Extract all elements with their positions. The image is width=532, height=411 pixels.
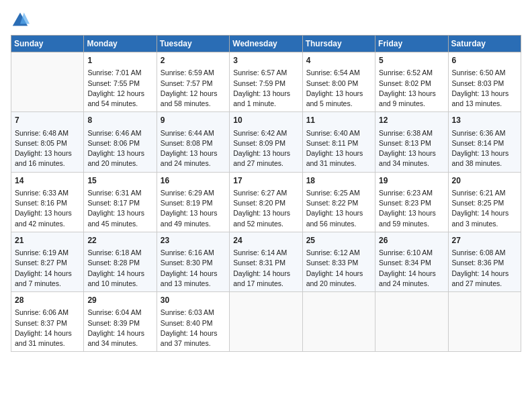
calendar-week-row: 21Sunrise: 6:19 AMSunset: 8:27 PMDayligh…: [11, 232, 521, 291]
day-number: 6: [452, 55, 517, 66]
day-number: 29: [87, 295, 152, 306]
day-number: 24: [233, 235, 298, 246]
daylight-text: Daylight: 13 hours and 20 minutes.: [87, 149, 144, 167]
calendar-cell: 14Sunrise: 6:33 AMSunset: 8:16 PMDayligh…: [11, 172, 84, 232]
calendar-cell: [375, 292, 448, 352]
day-number: 30: [161, 295, 226, 306]
day-number: 27: [452, 235, 517, 246]
calendar-cell: 29Sunrise: 6:04 AMSunset: 8:39 PMDayligh…: [84, 292, 157, 352]
daylight-text: Daylight: 14 hours and 34 minutes.: [87, 329, 144, 347]
sunset-text: Sunset: 8:06 PM: [87, 139, 140, 147]
sunrise-text: Sunrise: 6:25 AM: [306, 189, 360, 197]
sunset-text: Sunset: 8:23 PM: [379, 199, 431, 207]
day-number: 22: [87, 235, 152, 246]
calendar-cell: 11Sunrise: 6:40 AMSunset: 8:11 PMDayligh…: [302, 112, 375, 172]
sunrise-text: Sunrise: 6:27 AM: [233, 189, 287, 197]
calendar-cell: [302, 292, 375, 352]
day-number: 5: [379, 55, 444, 66]
sunset-text: Sunset: 8:17 PM: [87, 199, 140, 207]
daylight-text: Daylight: 13 hours and 31 minutes.: [306, 149, 363, 167]
daylight-text: Daylight: 13 hours and 9 minutes.: [379, 89, 436, 107]
sunset-text: Sunset: 8:22 PM: [306, 199, 359, 207]
day-number: 23: [161, 235, 226, 246]
calendar-cell: 15Sunrise: 6:31 AMSunset: 8:17 PMDayligh…: [84, 172, 157, 232]
sunrise-text: Sunrise: 6:16 AM: [161, 248, 214, 257]
calendar-cell: 16Sunrise: 6:29 AMSunset: 8:19 PMDayligh…: [157, 172, 229, 232]
sunset-text: Sunset: 8:20 PM: [233, 199, 285, 207]
day-number: 28: [15, 295, 80, 306]
sunset-text: Sunset: 8:28 PM: [87, 259, 140, 267]
calendar-table: SundayMondayTuesdayWednesdayThursdayFrid…: [11, 35, 521, 352]
sunrise-text: Sunrise: 6:29 AM: [161, 189, 214, 197]
calendar-cell: 8Sunrise: 6:46 AMSunset: 8:06 PMDaylight…: [84, 112, 157, 172]
daylight-text: Daylight: 14 hours and 13 minutes.: [161, 269, 218, 287]
day-number: 17: [233, 175, 298, 187]
sunset-text: Sunset: 8:19 PM: [161, 199, 213, 207]
sunrise-text: Sunrise: 6:06 AM: [15, 308, 69, 316]
daylight-text: Daylight: 14 hours and 37 minutes.: [161, 329, 218, 347]
calendar-cell: 17Sunrise: 6:27 AMSunset: 8:20 PMDayligh…: [230, 172, 302, 232]
page-header: [11, 11, 521, 30]
calendar-cell: 24Sunrise: 6:14 AMSunset: 8:31 PMDayligh…: [230, 232, 302, 291]
calendar-cell: 12Sunrise: 6:38 AMSunset: 8:13 PMDayligh…: [375, 112, 448, 172]
daylight-text: Daylight: 14 hours and 7 minutes.: [15, 269, 72, 287]
daylight-text: Daylight: 13 hours and 49 minutes.: [161, 209, 218, 227]
sunset-text: Sunset: 7:55 PM: [87, 79, 140, 87]
day-number: 1: [87, 55, 152, 66]
daylight-text: Daylight: 13 hours and 27 minutes.: [233, 149, 290, 167]
daylight-text: Daylight: 13 hours and 16 minutes.: [15, 149, 72, 167]
calendar-cell: 30Sunrise: 6:03 AMSunset: 8:40 PMDayligh…: [157, 292, 229, 352]
sunset-text: Sunset: 8:13 PM: [379, 139, 431, 147]
calendar-cell: [448, 292, 521, 352]
sunset-text: Sunset: 8:25 PM: [452, 199, 504, 207]
daylight-text: Daylight: 14 hours and 20 minutes.: [306, 269, 363, 287]
sunrise-text: Sunrise: 6:54 AM: [306, 68, 360, 77]
daylight-text: Daylight: 13 hours and 56 minutes.: [306, 209, 363, 227]
calendar-cell: 6Sunrise: 6:50 AMSunset: 8:03 PMDaylight…: [448, 52, 521, 112]
day-number: 11: [306, 115, 371, 126]
sunset-text: Sunset: 8:03 PM: [452, 79, 504, 87]
calendar-cell: 10Sunrise: 6:42 AMSunset: 8:09 PMDayligh…: [230, 112, 302, 172]
sunrise-text: Sunrise: 6:52 AM: [379, 68, 433, 77]
sunset-text: Sunset: 7:59 PM: [233, 79, 285, 87]
weekday-header-sunday: Sunday: [11, 36, 84, 52]
sunset-text: Sunset: 8:02 PM: [379, 79, 431, 87]
day-number: 12: [379, 115, 444, 126]
sunrise-text: Sunrise: 6:46 AM: [87, 129, 141, 137]
weekday-header-friday: Friday: [375, 36, 448, 52]
sunrise-text: Sunrise: 6:14 AM: [233, 248, 287, 257]
daylight-text: Daylight: 14 hours and 24 minutes.: [379, 269, 436, 287]
sunset-text: Sunset: 7:57 PM: [161, 79, 213, 87]
weekday-header-monday: Monday: [84, 36, 157, 52]
sunrise-text: Sunrise: 6:08 AM: [452, 248, 506, 257]
calendar-cell: 18Sunrise: 6:25 AMSunset: 8:22 PMDayligh…: [302, 172, 375, 232]
day-number: 9: [161, 115, 226, 126]
daylight-text: Daylight: 13 hours and 59 minutes.: [379, 209, 436, 227]
calendar-week-row: 28Sunrise: 6:06 AMSunset: 8:37 PMDayligh…: [11, 292, 521, 352]
sunset-text: Sunset: 8:14 PM: [452, 139, 504, 147]
logo: [11, 11, 32, 30]
sunrise-text: Sunrise: 6:21 AM: [452, 189, 506, 197]
calendar-cell: 27Sunrise: 6:08 AMSunset: 8:36 PMDayligh…: [448, 232, 521, 291]
sunset-text: Sunset: 8:16 PM: [15, 199, 67, 207]
sunrise-text: Sunrise: 6:36 AM: [452, 129, 506, 137]
day-number: 4: [306, 55, 371, 66]
sunrise-text: Sunrise: 6:50 AM: [452, 68, 506, 77]
sunrise-text: Sunrise: 6:31 AM: [87, 189, 141, 197]
calendar-cell: 28Sunrise: 6:06 AMSunset: 8:37 PMDayligh…: [11, 292, 84, 352]
sunrise-text: Sunrise: 6:03 AM: [161, 308, 214, 316]
calendar-cell: 7Sunrise: 6:48 AMSunset: 8:05 PMDaylight…: [11, 112, 84, 172]
daylight-text: Daylight: 12 hours and 54 minutes.: [87, 89, 144, 107]
sunset-text: Sunset: 8:36 PM: [452, 259, 504, 267]
sunset-text: Sunset: 8:31 PM: [233, 259, 285, 267]
calendar-cell: 23Sunrise: 6:16 AMSunset: 8:30 PMDayligh…: [157, 232, 229, 291]
day-number: 7: [15, 115, 80, 126]
sunset-text: Sunset: 8:00 PM: [306, 79, 359, 87]
sunrise-text: Sunrise: 6:40 AM: [306, 129, 360, 137]
calendar-cell: 13Sunrise: 6:36 AMSunset: 8:14 PMDayligh…: [448, 112, 521, 172]
sunset-text: Sunset: 8:37 PM: [15, 319, 67, 327]
day-number: 8: [87, 115, 152, 126]
calendar-cell: 4Sunrise: 6:54 AMSunset: 8:00 PMDaylight…: [302, 52, 375, 112]
day-number: 13: [452, 115, 517, 126]
calendar-week-row: 14Sunrise: 6:33 AMSunset: 8:16 PMDayligh…: [11, 172, 521, 232]
